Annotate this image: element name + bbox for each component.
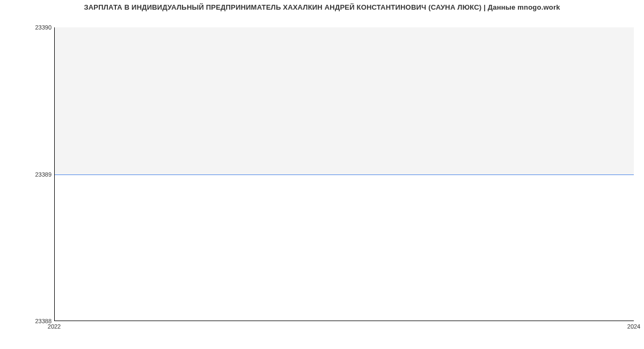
chart-title: ЗАРПЛАТА В ИНДИВИДУАЛЬНЫЙ ПРЕДПРИНИМАТЕЛ… bbox=[0, 3, 644, 11]
y-tick-label: 23388 bbox=[19, 318, 52, 324]
plot-area bbox=[54, 27, 634, 321]
x-tick-label: 2022 bbox=[48, 323, 61, 330]
chart-container: ЗАРПЛАТА В ИНДИВИДУАЛЬНЫЙ ПРЕДПРИНИМАТЕЛ… bbox=[0, 0, 644, 349]
y-tick-label: 23389 bbox=[19, 171, 52, 178]
y-tick-label: 23390 bbox=[19, 24, 52, 31]
x-tick-label: 2024 bbox=[627, 323, 640, 330]
data-line bbox=[55, 174, 634, 175]
plot-shaded-region bbox=[55, 27, 634, 174]
